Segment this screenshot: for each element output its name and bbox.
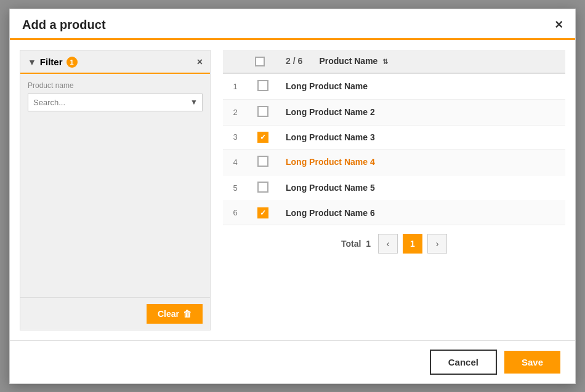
th-count: 2 / 6 bbox=[286, 56, 302, 66]
next-page-button[interactable]: › bbox=[427, 234, 447, 254]
table-row: 2Long Product Name 2 bbox=[223, 99, 565, 125]
trash-icon: 🗑 bbox=[183, 309, 192, 319]
row-product-name: Long Product Name 3 bbox=[278, 125, 565, 149]
row-number: 5 bbox=[223, 175, 248, 201]
pagination-total-value: 1 bbox=[366, 239, 371, 249]
th-checkbox[interactable] bbox=[248, 50, 278, 73]
prev-page-button[interactable]: ‹ bbox=[378, 234, 398, 254]
table-header-row: 2 / 6 Product Name ⇅ bbox=[223, 50, 565, 73]
modal-close-button[interactable]: × bbox=[555, 18, 563, 31]
filter-icon: ▼ bbox=[28, 57, 36, 67]
row-number: 6 bbox=[223, 201, 248, 225]
product-table: 2 / 6 Product Name ⇅ 1Long Product Name2… bbox=[223, 50, 565, 225]
current-page-button[interactable]: 1 bbox=[403, 234, 422, 254]
pagination-total: Total 1 bbox=[341, 239, 371, 249]
filter-search-wrapper: ▼ bbox=[28, 94, 203, 111]
filter-badge: 1 bbox=[67, 57, 78, 68]
row-checkbox-cell[interactable] bbox=[248, 175, 278, 201]
row-checkbox[interactable] bbox=[257, 106, 268, 117]
table-row: 5Long Product Name 5 bbox=[223, 175, 565, 201]
save-button[interactable]: Save bbox=[504, 351, 560, 374]
row-checkbox-cell[interactable] bbox=[248, 99, 278, 125]
table-row: 3Long Product Name 3 bbox=[223, 125, 565, 149]
filter-body: Product name ▼ bbox=[20, 74, 210, 297]
modal-body: ▼ Filter 1 × Product name ▼ Clear bbox=[10, 40, 575, 340]
header-checkbox[interactable] bbox=[255, 57, 265, 66]
sort-icon[interactable]: ⇅ bbox=[382, 58, 388, 66]
row-checkbox[interactable] bbox=[257, 207, 268, 218]
th-count-and-name: 2 / 6 Product Name ⇅ bbox=[278, 50, 565, 73]
filter-search-input[interactable] bbox=[28, 94, 203, 111]
filter-panel: ▼ Filter 1 × Product name ▼ Clear bbox=[20, 50, 211, 330]
row-product-name: Long Product Name 4 bbox=[278, 149, 565, 175]
row-checkbox[interactable] bbox=[257, 80, 268, 91]
table-row: 6Long Product Name 6 bbox=[223, 201, 565, 225]
filter-close-button[interactable]: × bbox=[197, 57, 203, 68]
add-product-modal: Add a product × ▼ Filter 1 × Product nam… bbox=[9, 9, 576, 384]
row-number: 1 bbox=[223, 73, 248, 100]
pagination-total-label: Total bbox=[341, 239, 361, 249]
row-product-name: Long Product Name 2 bbox=[278, 99, 565, 125]
row-checkbox-cell[interactable] bbox=[248, 149, 278, 175]
table-row: 1Long Product Name bbox=[223, 73, 565, 100]
clear-label: Clear bbox=[158, 309, 179, 319]
product-table-body: 1Long Product Name2Long Product Name 23L… bbox=[223, 73, 565, 225]
product-table-wrapper: 2 / 6 Product Name ⇅ 1Long Product Name2… bbox=[223, 50, 565, 330]
row-checkbox[interactable] bbox=[257, 132, 268, 143]
modal-overlay: Add a product × ▼ Filter 1 × Product nam… bbox=[0, 0, 585, 392]
filter-header: ▼ Filter 1 × bbox=[20, 50, 210, 74]
row-number: 4 bbox=[223, 149, 248, 175]
filter-product-name-label: Product name bbox=[28, 81, 203, 90]
modal-footer: Cancel Save bbox=[10, 340, 575, 383]
modal-title: Add a product bbox=[22, 18, 106, 32]
clear-button[interactable]: Clear 🗑 bbox=[147, 304, 203, 324]
row-number: 3 bbox=[223, 125, 248, 149]
pagination-area: Total 1 ‹ 1 › bbox=[223, 225, 565, 256]
row-number: 2 bbox=[223, 99, 248, 125]
row-checkbox-cell[interactable] bbox=[248, 73, 278, 100]
row-checkbox-cell[interactable] bbox=[248, 201, 278, 225]
row-checkbox-cell[interactable] bbox=[248, 125, 278, 149]
row-product-name: Long Product Name 5 bbox=[278, 175, 565, 201]
row-product-name: Long Product Name bbox=[278, 73, 565, 100]
filter-footer: Clear 🗑 bbox=[20, 297, 210, 330]
row-checkbox[interactable] bbox=[257, 156, 268, 167]
modal-header: Add a product × bbox=[10, 9, 575, 40]
row-product-name: Long Product Name 6 bbox=[278, 201, 565, 225]
th-name: Product Name bbox=[319, 56, 377, 66]
th-number bbox=[223, 50, 248, 73]
cancel-button[interactable]: Cancel bbox=[430, 350, 497, 375]
filter-title-group: ▼ Filter 1 bbox=[28, 57, 78, 68]
row-checkbox[interactable] bbox=[257, 182, 268, 193]
table-row: 4Long Product Name 4 bbox=[223, 149, 565, 175]
filter-label: Filter bbox=[40, 57, 63, 67]
